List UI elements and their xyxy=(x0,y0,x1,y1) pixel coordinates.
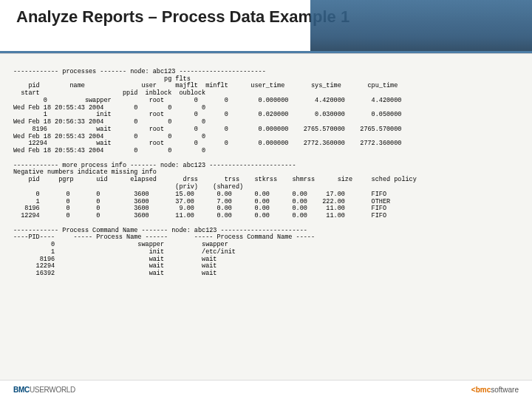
footer-company: bmc xyxy=(476,386,491,394)
footer-right-logo: <bmcsoftware xyxy=(471,386,519,394)
block2-row: 8196 0 0 3600 9.00 0.00 0.00 0.00 11.00 … xyxy=(13,205,386,212)
header-decor-stripe xyxy=(310,0,532,53)
block2-header: ------------ more process info ------- n… xyxy=(13,162,417,191)
block3-row: 16392 wait wait xyxy=(13,270,216,277)
footer-brand-suffix: USERWORLD xyxy=(30,386,75,394)
block1-header: ------------ processes ------- node: abc… xyxy=(13,68,398,97)
block3-header: ------------ Process Command Name ------… xyxy=(13,227,315,242)
block1-row: 12294 wait root 0 0 0.000000 2772.360000… xyxy=(13,140,401,154)
block3-row: 8196 wait wait xyxy=(13,256,216,263)
footer-company-suffix: software xyxy=(491,386,519,394)
footer-left-logo: BMCUSERWORLD xyxy=(13,386,75,394)
slide-footer: BMCUSERWORLD <bmcsoftware xyxy=(0,380,532,399)
block1-row: 8196 wait root 0 0 0.000000 2765.570000 … xyxy=(13,126,401,140)
footer-brand: BMC xyxy=(13,386,30,394)
block1-row: 1 init root 0 0 0.020000 0.030000 0.0500… xyxy=(13,111,401,126)
block3-row: 0 swapper swapper xyxy=(13,241,228,248)
block1-row: 0 swapper root 0 0 0.000000 4.420000 4.4… xyxy=(13,97,401,112)
block2-row: 1 0 0 3600 37.00 7.00 0.00 0.00 222.00 O… xyxy=(13,198,390,205)
block3-row: 1 init /etc/init xyxy=(13,248,236,256)
block2-row: 0 0 0 3600 15.00 0.00 0.00 0.00 17.00 FI… xyxy=(13,191,386,198)
slide-header: Analyze Reports – Process Data Example 1 xyxy=(0,0,532,54)
report-content: ------------ processes ------- node: abc… xyxy=(0,54,532,278)
block2-row: 12294 0 0 3600 11.00 0.00 0.00 0.00 11.0… xyxy=(13,212,386,219)
block3-row: 12294 wait wait xyxy=(13,262,216,270)
header-underline xyxy=(0,51,532,53)
